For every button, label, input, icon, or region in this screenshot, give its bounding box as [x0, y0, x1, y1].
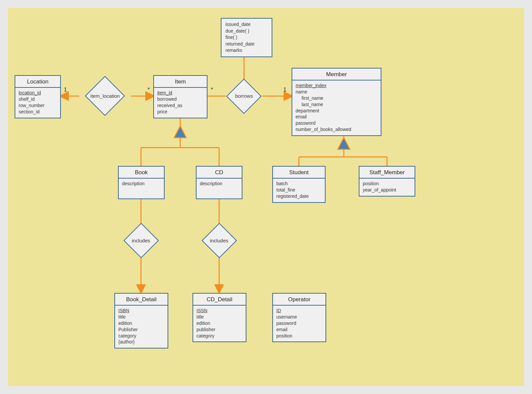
borrows-attributes: issued_date due_date( ) fine( ) returned…	[221, 18, 272, 57]
entity-book-detail: Book_Detail ISBN title edition Publisher…	[114, 293, 168, 348]
attr: remarks	[225, 47, 268, 54]
entity-title: Book_Detail	[115, 294, 168, 306]
field: first_name	[296, 95, 377, 101]
attr: fine( )	[225, 34, 268, 41]
entity-title: CD_Detail	[193, 294, 246, 306]
relationship-borrows	[226, 78, 261, 114]
entity-title: Member	[292, 68, 381, 80]
field: total_fine	[276, 187, 322, 193]
attr: due_date( )	[225, 28, 268, 35]
cardinality-star: *	[211, 86, 213, 93]
entity-staff-member: Staff_Member position year_of_appoint	[359, 166, 415, 197]
entity-body: description	[119, 179, 164, 190]
relationship-includes-cd	[201, 223, 237, 258]
entity-cd-detail: CD_Detail ISSN title edition publisher c…	[193, 293, 246, 342]
field: received_as	[157, 102, 203, 109]
field: shelf_id	[19, 96, 57, 102]
entity-body: ISSN title edition publisher category	[193, 306, 246, 341]
entity-body: position year_of_appoint	[359, 179, 415, 196]
entity-book: Book description	[118, 166, 165, 199]
field: description	[122, 181, 161, 187]
field: edition	[118, 320, 164, 327]
field: row_number	[19, 102, 57, 109]
cardinality-one: 1	[283, 86, 286, 93]
field: publisher	[197, 327, 242, 333]
field: registered_date	[276, 193, 322, 199]
field: category	[197, 333, 242, 339]
field: year_of_appoint	[363, 187, 411, 193]
field: item_id	[157, 90, 203, 96]
entity-location: Location location_id shelf_id row_number…	[15, 75, 61, 118]
entity-title: Location	[15, 76, 60, 88]
diagram-inner: issued_date due_date( ) fine( ) returned…	[8, 8, 524, 386]
entity-body: ISBN title edition Publisher category {a…	[115, 306, 168, 348]
field: price	[157, 109, 203, 115]
entity-body: description	[197, 179, 242, 190]
field: description	[200, 181, 238, 187]
field: position	[276, 333, 322, 339]
svg-marker-20	[338, 138, 350, 149]
field: name	[296, 89, 377, 95]
field: number_of_books_allowed	[296, 126, 377, 133]
field: borrowed	[157, 96, 203, 102]
field: ISSN	[197, 308, 242, 314]
field: location_id	[19, 90, 57, 96]
field: ISBN	[118, 308, 164, 314]
relationship-item-location	[85, 76, 125, 116]
field: email	[296, 114, 377, 120]
entity-title: Book	[119, 167, 164, 179]
field: email	[276, 327, 322, 333]
entity-title: CD	[197, 167, 242, 179]
relationship-includes-book	[123, 223, 159, 258]
field: username	[276, 314, 322, 320]
field: member_index	[296, 82, 377, 89]
entity-title: Student	[273, 167, 325, 179]
entity-student: Student batch total_fine registered_date	[272, 166, 326, 203]
cardinality-one: 1	[64, 86, 67, 93]
attr: returned_date	[225, 41, 268, 48]
field: Publisher	[118, 327, 164, 333]
field: {author}	[118, 339, 164, 345]
field: category	[118, 333, 164, 339]
entity-operator: Operator ID username password email posi…	[272, 293, 326, 342]
field: ID	[276, 308, 322, 314]
connector-lines	[8, 8, 524, 386]
entity-body: member_index name first_name last_name d…	[292, 80, 381, 135]
entity-title: Item	[154, 76, 207, 88]
entity-title: Staff_Member	[359, 167, 415, 179]
diagram-canvas: issued_date due_date( ) fine( ) returned…	[0, 0, 532, 394]
field: last_name	[296, 101, 377, 108]
field: password	[296, 120, 377, 126]
entity-cd: CD description	[196, 166, 242, 199]
attr: issued_date	[225, 21, 268, 28]
field: position	[363, 181, 411, 187]
cardinality-star: *	[148, 86, 150, 93]
svg-marker-19	[174, 126, 186, 138]
field: edition	[197, 320, 242, 327]
entity-member: Member member_index name first_name last…	[292, 68, 381, 136]
field: password	[276, 320, 322, 327]
entity-body: item_id borrowed received_as price	[154, 88, 207, 118]
entity-body: location_id shelf_id row_number section_…	[15, 88, 60, 118]
field: department	[296, 108, 377, 114]
field: title	[197, 314, 242, 320]
field: batch	[276, 181, 322, 187]
entity-body: batch total_fine registered_date	[273, 179, 325, 202]
entity-item: Item item_id borrowed received_as price	[153, 75, 207, 118]
field: section_id	[19, 109, 57, 115]
field: title	[118, 314, 164, 320]
entity-title: Operator	[273, 294, 326, 306]
entity-body: ID username password email position	[273, 306, 326, 341]
